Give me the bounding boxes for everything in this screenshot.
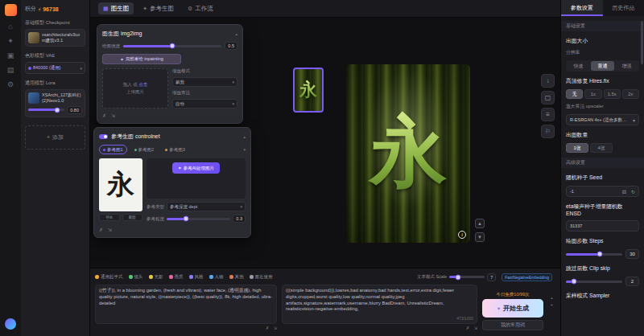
reference-image[interactable]: 永 bbox=[99, 158, 142, 211]
expand-icon[interactable]: ⇲ bbox=[273, 326, 277, 333]
chevron-down-icon[interactable]: ▾ bbox=[243, 147, 246, 152]
scale-mode-select[interactable]: 裁剪 ▾ bbox=[172, 77, 237, 87]
result-thumbnail[interactable]: 永 bbox=[293, 68, 324, 113]
replace-reference-button[interactable]: 替换 bbox=[99, 214, 120, 221]
lora-section-label: 通用模型 Lora bbox=[25, 80, 85, 87]
prompt-chip-quality[interactable]: 画质 bbox=[169, 274, 184, 280]
reference-type-select[interactable]: 参考深度 dept ▾ bbox=[167, 202, 246, 211]
count-option-4[interactable]: 4张 bbox=[590, 143, 613, 153]
upload-click-text: 点击 bbox=[138, 82, 147, 87]
embedding-tag[interactable]: FastNegativeEmbedding bbox=[502, 273, 552, 281]
hires-option-1-5x[interactable]: 1.5x bbox=[604, 89, 621, 99]
steps-title: 绘图步数 Steps bbox=[566, 237, 639, 245]
upscaler-select[interactable]: R-ESRGAN 4x+ (适合多数图片) ▾ bbox=[566, 114, 639, 125]
recycle-seed-icon[interactable]: ↻ bbox=[631, 189, 635, 195]
tab-img2img[interactable]: ▦ 图生图 bbox=[98, 2, 134, 14]
app-logo[interactable] bbox=[5, 4, 17, 16]
collapse-up-icon[interactable]: ▴ bbox=[551, 296, 552, 300]
prompt-chip-style[interactable]: 风格 bbox=[189, 274, 204, 280]
hires-option-2x[interactable]: 2x bbox=[622, 89, 639, 99]
resolution-option-fast[interactable]: 快速 bbox=[567, 61, 590, 71]
download-icon[interactable]: ↓ bbox=[541, 74, 555, 88]
inpaint-button[interactable]: ✦ 局部重绘 inpainting bbox=[102, 54, 181, 64]
favorite-words-button[interactable]: 我的常用词 bbox=[482, 320, 543, 330]
resolution-option-enhanced[interactable]: 增强 bbox=[615, 61, 638, 71]
tab-parameters[interactable]: 参数设置 bbox=[561, 0, 603, 16]
delete-icon[interactable]: ✗ bbox=[99, 227, 103, 232]
hires-option-none[interactable]: 无 bbox=[566, 89, 583, 99]
canvas-toolbar: ↓ ▢ ≡ ⚐ bbox=[541, 74, 555, 138]
list-icon[interactable]: ≡ bbox=[541, 108, 555, 121]
prompt-chip-other[interactable]: 其他 bbox=[229, 274, 244, 280]
prompt-chip-starter[interactable]: 通用起手式 bbox=[95, 274, 123, 280]
negative-prompt-input[interactable]: (((simple background))),lowres,bad anato… bbox=[286, 288, 454, 311]
controlnet-panel: 参考生图 controlnet ▴ 参考图1 参考图2 参考图3 ▾ 永 bbox=[93, 127, 251, 238]
upload-dropzone[interactable]: 拖入 或 点击 上传图片 bbox=[102, 68, 168, 109]
home-icon[interactable]: ⌂ bbox=[8, 23, 12, 31]
thumbs-down-icon[interactable]: ▼ bbox=[475, 232, 485, 242]
ensd-input[interactable]: 31337 bbox=[566, 220, 639, 232]
prompt-chip-person[interactable]: 人物 bbox=[209, 274, 224, 280]
generated-image[interactable]: 永 i bbox=[346, 64, 470, 243]
expand-icon[interactable]: ⇲ bbox=[473, 326, 477, 333]
reference-degree-slider[interactable] bbox=[167, 218, 230, 220]
lora-card[interactable]: XSArchi_127新科幻(2)Neov1.0 0.80 bbox=[25, 89, 85, 117]
generate-button[interactable]: ✦ 开始生成 bbox=[482, 299, 543, 318]
user-avatar[interactable] bbox=[5, 318, 16, 330]
collapse-icon[interactable]: ▴ bbox=[235, 31, 237, 36]
dice-icon[interactable]: ⚄ bbox=[622, 189, 626, 195]
delete-icon[interactable]: ✗ bbox=[266, 326, 270, 333]
tab-reference-generate[interactable]: ✦ 参考生图 bbox=[138, 2, 179, 14]
collapse-down-icon[interactable]: ▾ bbox=[551, 303, 552, 307]
models-icon[interactable]: ▤ bbox=[7, 67, 14, 74]
steps-value[interactable]: 30 bbox=[625, 249, 639, 259]
delete-icon[interactable]: ✗ bbox=[466, 326, 470, 333]
info-icon[interactable]: i bbox=[458, 231, 466, 239]
lora-weight-slider[interactable] bbox=[28, 109, 64, 111]
explore-icon[interactable]: ✦ bbox=[7, 38, 14, 45]
clip-skip-value[interactable]: 2 bbox=[625, 277, 639, 286]
count-option-1[interactable]: 1张 bbox=[566, 143, 588, 153]
expand-icon[interactable]: ⇲ bbox=[111, 113, 115, 118]
reference-degree-label: 参考程度 bbox=[147, 216, 164, 222]
img2img-tab-icon: ▦ bbox=[103, 6, 109, 12]
prompt-chip-lens[interactable]: 镜头 bbox=[129, 274, 143, 280]
resolution-option-normal[interactable]: 普通 bbox=[591, 61, 614, 71]
upload-text-2: 上传图片 bbox=[126, 89, 144, 95]
prompt-chip-recent[interactable]: 最近使用 bbox=[250, 274, 273, 280]
clip-skip-slider[interactable] bbox=[566, 281, 622, 283]
frame-icon[interactable]: ▢ bbox=[541, 91, 555, 104]
controlnet-toggle[interactable] bbox=[99, 134, 108, 139]
tab-history[interactable]: 历史作品 bbox=[603, 0, 644, 16]
checkpoint-card[interactable]: xsarchitecturalv3com建筑v3.1 bbox=[25, 29, 85, 47]
collapse-icon[interactable]: ▴ bbox=[243, 134, 246, 139]
canvas-area[interactable]: 图生图 img2img ▴ 绘图强度 0.5 ✦ 局部重绘 inpainting… bbox=[90, 18, 560, 268]
steps-slider[interactable] bbox=[566, 253, 622, 256]
flag-icon[interactable]: ⚐ bbox=[541, 125, 555, 138]
expand-icon[interactable]: ⇲ bbox=[108, 227, 112, 232]
cn-tab-ref3[interactable]: 参考图3 bbox=[161, 145, 189, 154]
delete-reference-button[interactable]: 删除 bbox=[122, 214, 143, 221]
scrollbar[interactable] bbox=[641, 21, 643, 64]
chevron-down-icon: ▾ bbox=[240, 204, 242, 209]
chip-icon bbox=[189, 275, 193, 279]
positive-prompt-input[interactable]: ((竹子)), in a blooming garden, (fresh and… bbox=[95, 285, 277, 324]
add-model-button[interactable]: + 添加 bbox=[25, 125, 85, 150]
denoise-slider[interactable] bbox=[123, 45, 221, 47]
vae-select[interactable]: 840000 (通用) ▾ bbox=[25, 62, 85, 74]
seed-input[interactable]: -1 ⚄ ↻ bbox=[566, 186, 639, 197]
cn-tab-ref2[interactable]: 参考图2 bbox=[130, 145, 159, 154]
gallery-icon[interactable]: ▣ bbox=[7, 52, 14, 59]
scale-algo-select[interactable]: 自动 ▾ bbox=[172, 99, 237, 109]
process-reference-button[interactable]: ✦ 参考AI处理图片 bbox=[172, 162, 220, 174]
hires-option-1x[interactable]: 1x bbox=[584, 89, 601, 99]
cfg-scale-slider[interactable] bbox=[449, 276, 485, 278]
thumbs-up-icon[interactable]: ▲ bbox=[475, 219, 485, 228]
delete-icon[interactable]: ✗ bbox=[102, 113, 106, 118]
cn-tab-ref1[interactable]: 参考图1 bbox=[99, 145, 127, 154]
img2img-panel: 图生图 img2img ▴ 绘图强度 0.5 ✦ 局部重绘 inpainting… bbox=[97, 24, 243, 124]
tab-workflow[interactable]: ⚙ 工作流 bbox=[183, 2, 218, 14]
settings-icon[interactable]: ⚙ bbox=[7, 81, 14, 88]
prompt-chip-light[interactable]: 光影 bbox=[149, 274, 163, 280]
points-display[interactable]: 积分 ⚡ 96738 bbox=[25, 4, 85, 14]
